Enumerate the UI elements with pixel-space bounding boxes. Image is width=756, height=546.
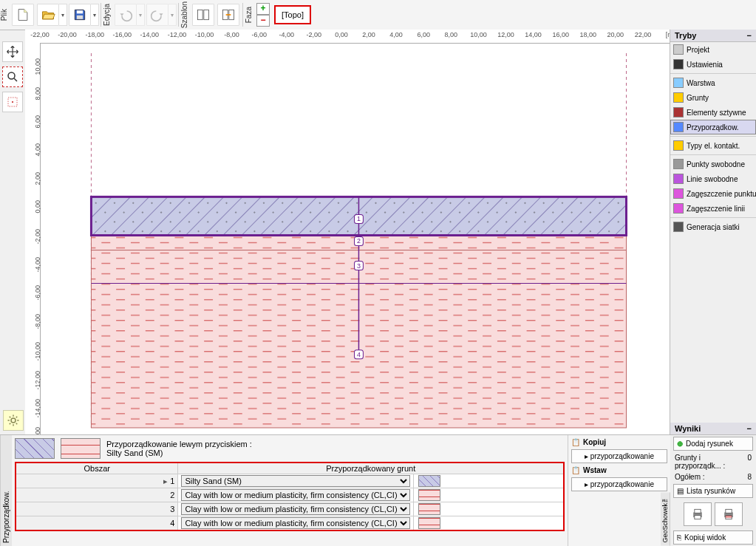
copy-icon: ⎘ [677, 533, 681, 542]
status-grunty: Grunty i przyporządk... :0 [670, 452, 756, 471]
mode-label: Punkty swobodne [687, 160, 745, 168]
copy-view-button[interactable]: ⎘Kopiuj widok [673, 530, 753, 545]
soil-select[interactable]: Clay with low or medium plasticity, firm… [181, 503, 410, 515]
assignment-text: Przyporządkowanie lewym przyciskiem : Si… [106, 440, 252, 457]
mode-label: Typy el. kontakt. [687, 142, 740, 150]
svg-rect-3 [204, 10, 209, 19]
phase-add-button[interactable]: + [256, 3, 270, 15]
plik-label: Plik [0, 6, 10, 24]
svg-rect-35 [726, 509, 732, 513]
mode-zagl[interactable]: Zagęszczenie linii [670, 201, 756, 216]
col-grunt: Przyporządkowany grunt [178, 463, 564, 474]
table-row: ▸ 1Silty Sand (SM) [16, 474, 564, 488]
fit-tool[interactable] [2, 92, 23, 112]
new-file-button[interactable] [12, 4, 34, 26]
add-drawing-button[interactable]: ⊕Dodaj rysunek [673, 437, 753, 451]
save-dropdown[interactable]: ▾ [91, 4, 99, 26]
paste-assignment-button[interactable]: ▸ przyporządkowanie [571, 477, 667, 491]
ruler-tick: 18,00 [579, 31, 596, 38]
przyp-icon [673, 122, 684, 132]
mode-sztywne[interactable]: Elementy sztywne [670, 105, 756, 120]
mode-label: Ustawienia [687, 61, 723, 69]
open-dropdown[interactable]: ▾ [59, 4, 67, 26]
paste-icon: 📋 [571, 466, 580, 474]
mode-label: Elementy sztywne [687, 109, 746, 117]
zagp-icon [673, 188, 684, 199]
drawing-canvas[interactable]: 1 2 3 4 [40, 43, 670, 435]
template2-button[interactable] [217, 4, 239, 26]
move-tool[interactable] [2, 41, 23, 62]
soil-select[interactable]: Clay with low or medium plasticity, firm… [181, 489, 410, 501]
redo-button[interactable] [146, 4, 168, 26]
pswob-icon [673, 159, 684, 169]
mode-label: Linie swobodne [687, 175, 738, 183]
zoom-tool[interactable] [2, 66, 23, 87]
topo-phase-tab[interactable]: [Topo] [274, 5, 311, 24]
mode-kontakt[interactable]: Typy el. kontakt. [670, 138, 756, 153]
bottom-tab[interactable]: Przyporządkow. [0, 435, 12, 546]
settings-gear-button[interactable] [3, 410, 24, 431]
open-file-button[interactable] [37, 4, 59, 26]
row-number[interactable]: 2 [16, 488, 178, 502]
faza-label: Faza [245, 4, 255, 26]
redo-dropdown[interactable]: ▾ [168, 4, 177, 26]
ruler-tick: 6,00 [417, 31, 430, 38]
svg-point-6 [8, 72, 15, 79]
svg-text:4: 4 [357, 351, 361, 358]
print-button[interactable] [684, 502, 712, 526]
soil-select[interactable]: Clay with low or medium plasticity, firm… [181, 517, 410, 529]
ruler-tick: 14,00 [525, 31, 542, 38]
svg-text:1: 1 [357, 215, 361, 222]
ruler-tick: -12,00 [168, 31, 187, 38]
ruler-tick: 22,00 [635, 31, 652, 38]
row-number[interactable]: ▸ 1 [16, 474, 178, 488]
print-color-button[interactable] [715, 502, 743, 526]
left-toolbar [0, 30, 25, 112]
status-ogolem: Ogółem :8 [670, 471, 756, 482]
geoschowek-tab[interactable]: GeoSchowek™ [661, 493, 670, 546]
paste-label: Wstaw [583, 466, 607, 474]
ruler-tick: -10,00 [195, 31, 214, 38]
mode-grunty[interactable]: Grunty [670, 90, 756, 105]
undo-dropdown[interactable]: ▾ [137, 4, 145, 26]
minimize-icon[interactable]: − [747, 31, 752, 40]
swatch-clay[interactable] [61, 438, 101, 459]
bottom-panel: Przyporządkow. Przyporządkowanie lewym p… [0, 434, 670, 546]
phase-remove-button[interactable]: − [256, 15, 270, 27]
save-button[interactable] [69, 4, 91, 26]
svg-rect-33 [695, 516, 701, 519]
ruler-tick: 12,00 [497, 31, 514, 38]
main-toolbar: Plik ▾ ▾ Edycja ▾ ▾ Szablon Faza + − [To… [0, 0, 756, 30]
soil-select[interactable]: Silty Sand (SM) [181, 475, 410, 487]
mode-zagp[interactable]: Zagęszczenie punktu [670, 186, 756, 201]
mode-projekt[interactable]: Projekt [670, 42, 756, 57]
row-number[interactable]: 3 [16, 502, 178, 516]
edycja-label: Edycja [103, 1, 113, 29]
mode-warstwa[interactable]: Warstwa [670, 75, 756, 90]
svg-point-9 [11, 418, 16, 423]
table-row: 4Clay with low or medium plasticity, fir… [16, 516, 564, 531]
ruler-tick: 20,00 [607, 31, 624, 38]
mode-pswob[interactable]: Punkty swobodne [670, 157, 756, 171]
warstwa-icon [673, 78, 684, 88]
mode-label: Generacja siatki [687, 223, 740, 231]
right-panel: Tryby− ProjektUstawieniaWarstwaGruntyEle… [670, 30, 756, 546]
mode-przyp[interactable]: Przyporządkow. [670, 120, 756, 134]
swatch-silty[interactable] [15, 438, 55, 459]
undo-button[interactable] [115, 4, 137, 26]
mode-lswob[interactable]: Linie swobodne [670, 171, 756, 186]
copy-icon: 📋 [571, 438, 580, 446]
minimize-icon[interactable]: − [747, 424, 752, 433]
svg-rect-32 [695, 509, 701, 513]
mode-ustawienia[interactable]: Ustawienia [670, 57, 756, 72]
drawing-list-button[interactable]: ▤Lista rysunków [673, 484, 753, 498]
template1-button[interactable] [192, 4, 214, 26]
mode-label: Zagęszczenie linii [687, 205, 745, 213]
ruler-tick: 0,00 [335, 31, 348, 38]
soil-swatch [418, 489, 440, 501]
row-number[interactable]: 4 [16, 516, 178, 531]
projekt-icon [673, 44, 684, 55]
copy-assignment-button[interactable]: ▸ przyporządkowanie [571, 449, 667, 463]
clipboard-panel: 📋Kopiuj ▸ przyporządkowanie 📋Wstaw ▸ prz… [568, 435, 670, 546]
mode-siatka[interactable]: Generacja siatki [670, 219, 756, 234]
